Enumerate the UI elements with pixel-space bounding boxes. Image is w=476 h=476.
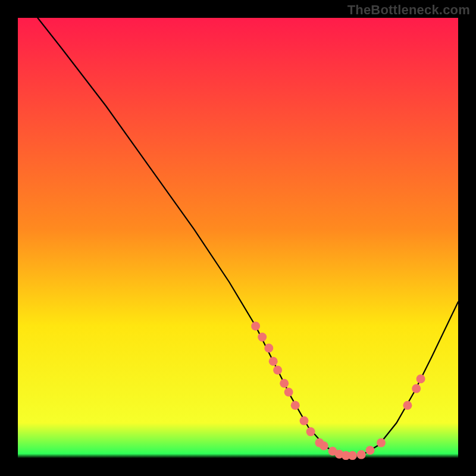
data-point	[377, 439, 386, 447]
data-point	[348, 451, 357, 460]
data-point	[416, 374, 425, 383]
data-point	[280, 379, 289, 388]
data-point	[273, 366, 282, 375]
bottleneck-curve-chart	[0, 0, 476, 476]
data-point	[269, 357, 278, 366]
chart-stage: TheBottleneck.com	[0, 0, 476, 476]
watermark-text: TheBottleneck.com	[347, 2, 470, 18]
gradient-plot-area	[18, 18, 458, 458]
data-point	[264, 344, 273, 353]
data-point	[284, 388, 293, 397]
data-point	[366, 446, 375, 455]
data-point	[258, 333, 267, 342]
data-point	[306, 427, 315, 436]
data-point	[403, 401, 412, 410]
data-point	[251, 322, 260, 331]
data-point	[291, 401, 300, 410]
data-point	[320, 441, 328, 450]
data-point	[300, 416, 309, 425]
data-point	[357, 450, 366, 459]
data-point	[412, 384, 421, 393]
